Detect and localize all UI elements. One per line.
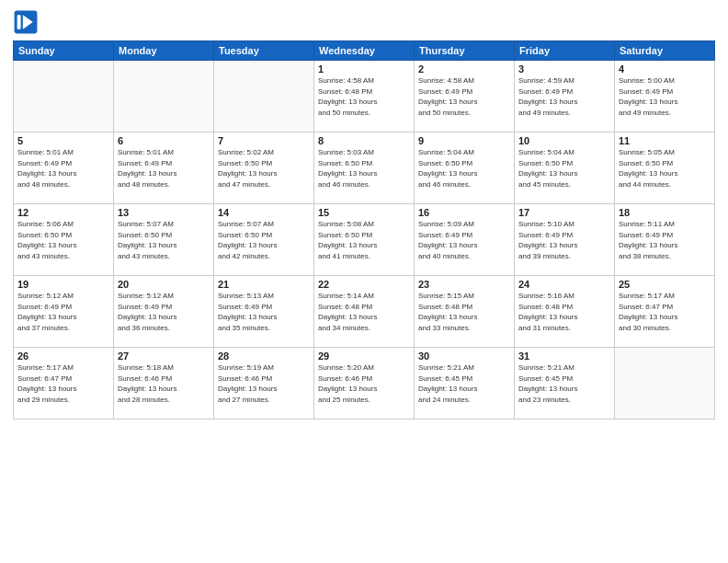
day-number: 8 [318,135,410,146]
calendar-cell: 30Sunrise: 5:21 AM Sunset: 6:45 PM Dayli… [415,348,515,419]
calendar-cell: 15Sunrise: 5:08 AM Sunset: 6:50 PM Dayli… [314,204,415,276]
calendar-cell: 23Sunrise: 5:15 AM Sunset: 6:48 PM Dayli… [415,276,515,348]
calendar-cell: 29Sunrise: 5:20 AM Sunset: 6:46 PM Dayli… [314,348,415,419]
calendar-cell: 17Sunrise: 5:10 AM Sunset: 6:49 PM Dayli… [515,204,615,276]
calendar-cell: 20Sunrise: 5:12 AM Sunset: 6:49 PM Dayli… [114,276,214,348]
day-number: 2 [418,63,510,75]
day-info: Sunrise: 5:05 AM Sunset: 6:50 PM Dayligh… [619,147,711,190]
day-number: 1 [318,63,410,75]
day-info: Sunrise: 5:01 AM Sunset: 6:49 PM Dayligh… [17,147,109,190]
day-number: 17 [518,207,610,218]
day-number: 11 [619,135,711,146]
day-info: Sunrise: 5:01 AM Sunset: 6:49 PM Dayligh… [118,147,210,190]
day-info: Sunrise: 5:07 AM Sunset: 6:50 PM Dayligh… [218,219,310,261]
logo-icon [13,9,39,35]
day-number: 14 [218,207,310,218]
svg-rect-2 [17,15,21,29]
calendar-cell: 8Sunrise: 5:03 AM Sunset: 6:50 PM Daylig… [314,132,415,204]
day-number: 6 [118,135,210,146]
day-info: Sunrise: 5:02 AM Sunset: 6:50 PM Dayligh… [218,147,310,190]
calendar-cell: 9Sunrise: 5:04 AM Sunset: 6:50 PM Daylig… [415,132,515,204]
calendar-cell: 18Sunrise: 5:11 AM Sunset: 6:49 PM Dayli… [615,204,715,276]
calendar-cell [14,61,114,132]
calendar-cell [615,348,715,419]
day-info: Sunrise: 5:21 AM Sunset: 6:45 PM Dayligh… [418,362,510,405]
day-info: Sunrise: 5:13 AM Sunset: 6:49 PM Dayligh… [218,291,310,333]
calendar-cell: 22Sunrise: 5:14 AM Sunset: 6:48 PM Dayli… [314,276,415,348]
day-number: 4 [619,63,711,75]
day-info: Sunrise: 4:58 AM Sunset: 6:48 PM Dayligh… [318,75,410,118]
calendar-cell: 12Sunrise: 5:06 AM Sunset: 6:50 PM Dayli… [14,204,114,276]
calendar-table: SundayMondayTuesdayWednesdayThursdayFrid… [13,40,715,419]
day-number: 16 [418,207,510,218]
calendar-cell: 14Sunrise: 5:07 AM Sunset: 6:50 PM Dayli… [214,204,314,276]
day-info: Sunrise: 5:08 AM Sunset: 6:50 PM Dayligh… [318,219,410,261]
day-info: Sunrise: 5:14 AM Sunset: 6:48 PM Dayligh… [318,291,410,333]
day-number: 13 [118,207,210,218]
calendar-cell: 24Sunrise: 5:16 AM Sunset: 6:48 PM Dayli… [515,276,615,348]
calendar-cell: 6Sunrise: 5:01 AM Sunset: 6:49 PM Daylig… [114,132,214,204]
day-info: Sunrise: 5:04 AM Sunset: 6:50 PM Dayligh… [418,147,510,190]
calendar-cell: 25Sunrise: 5:17 AM Sunset: 6:47 PM Dayli… [615,276,715,348]
day-info: Sunrise: 5:15 AM Sunset: 6:48 PM Dayligh… [418,291,510,333]
calendar-cell: 26Sunrise: 5:17 AM Sunset: 6:47 PM Dayli… [14,348,114,419]
page-container: SundayMondayTuesdayWednesdayThursdayFrid… [0,0,728,563]
day-number: 26 [17,350,109,362]
day-number: 7 [218,135,310,146]
calendar-week-4: 19Sunrise: 5:12 AM Sunset: 6:49 PM Dayli… [14,276,715,348]
calendar-week-3: 12Sunrise: 5:06 AM Sunset: 6:50 PM Dayli… [14,204,715,276]
day-number: 15 [318,207,410,218]
calendar-week-1: 1Sunrise: 4:58 AM Sunset: 6:48 PM Daylig… [14,61,715,132]
calendar-cell: 27Sunrise: 5:18 AM Sunset: 6:46 PM Dayli… [114,348,214,419]
day-header-saturday: Saturday [615,41,715,61]
calendar-cell: 16Sunrise: 5:09 AM Sunset: 6:49 PM Dayli… [415,204,515,276]
day-number: 22 [318,279,410,290]
calendar-cell: 11Sunrise: 5:05 AM Sunset: 6:50 PM Dayli… [615,132,715,204]
day-info: Sunrise: 5:11 AM Sunset: 6:49 PM Dayligh… [619,219,711,261]
day-info: Sunrise: 5:19 AM Sunset: 6:46 PM Dayligh… [218,362,310,405]
calendar-cell: 10Sunrise: 5:04 AM Sunset: 6:50 PM Dayli… [515,132,615,204]
calendar-cell: 3Sunrise: 4:59 AM Sunset: 6:49 PM Daylig… [515,61,615,132]
day-number: 5 [17,135,109,146]
day-info: Sunrise: 5:00 AM Sunset: 6:49 PM Dayligh… [619,75,711,118]
day-info: Sunrise: 5:10 AM Sunset: 6:49 PM Dayligh… [518,219,610,261]
day-header-sunday: Sunday [14,41,114,61]
day-number: 20 [118,279,210,290]
calendar-cell: 2Sunrise: 4:58 AM Sunset: 6:49 PM Daylig… [415,61,515,132]
day-info: Sunrise: 5:04 AM Sunset: 6:50 PM Dayligh… [518,147,610,190]
day-header-friday: Friday [515,41,615,61]
day-number: 25 [619,279,711,290]
day-number: 27 [118,350,210,362]
calendar-cell: 13Sunrise: 5:07 AM Sunset: 6:50 PM Dayli… [114,204,214,276]
day-info: Sunrise: 5:07 AM Sunset: 6:50 PM Dayligh… [118,219,210,261]
day-number: 30 [418,350,510,362]
day-number: 28 [218,350,310,362]
day-info: Sunrise: 5:12 AM Sunset: 6:49 PM Dayligh… [17,291,109,333]
day-header-tuesday: Tuesday [214,41,314,61]
day-number: 9 [418,135,510,146]
day-info: Sunrise: 5:17 AM Sunset: 6:47 PM Dayligh… [619,291,711,333]
calendar-cell: 4Sunrise: 5:00 AM Sunset: 6:49 PM Daylig… [615,61,715,132]
day-header-monday: Monday [114,41,214,61]
day-number: 23 [418,279,510,290]
calendar-cell: 31Sunrise: 5:21 AM Sunset: 6:45 PM Dayli… [515,348,615,419]
calendar-week-2: 5Sunrise: 5:01 AM Sunset: 6:49 PM Daylig… [14,132,715,204]
day-info: Sunrise: 5:03 AM Sunset: 6:50 PM Dayligh… [318,147,410,190]
day-number: 10 [518,135,610,146]
day-number: 31 [518,350,610,362]
day-number: 3 [518,63,610,75]
day-number: 18 [619,207,711,218]
logo [13,9,42,35]
day-info: Sunrise: 5:17 AM Sunset: 6:47 PM Dayligh… [17,362,109,405]
day-header-thursday: Thursday [415,41,515,61]
calendar-cell: 21Sunrise: 5:13 AM Sunset: 6:49 PM Dayli… [214,276,314,348]
day-info: Sunrise: 4:58 AM Sunset: 6:49 PM Dayligh… [418,75,510,118]
day-info: Sunrise: 5:21 AM Sunset: 6:45 PM Dayligh… [518,362,610,405]
calendar-week-5: 26Sunrise: 5:17 AM Sunset: 6:47 PM Dayli… [14,348,715,419]
calendar-header-row: SundayMondayTuesdayWednesdayThursdayFrid… [14,41,715,61]
day-number: 21 [218,279,310,290]
calendar-cell [114,61,214,132]
day-number: 24 [518,279,610,290]
day-info: Sunrise: 5:18 AM Sunset: 6:46 PM Dayligh… [118,362,210,405]
day-info: Sunrise: 5:09 AM Sunset: 6:49 PM Dayligh… [418,219,510,261]
